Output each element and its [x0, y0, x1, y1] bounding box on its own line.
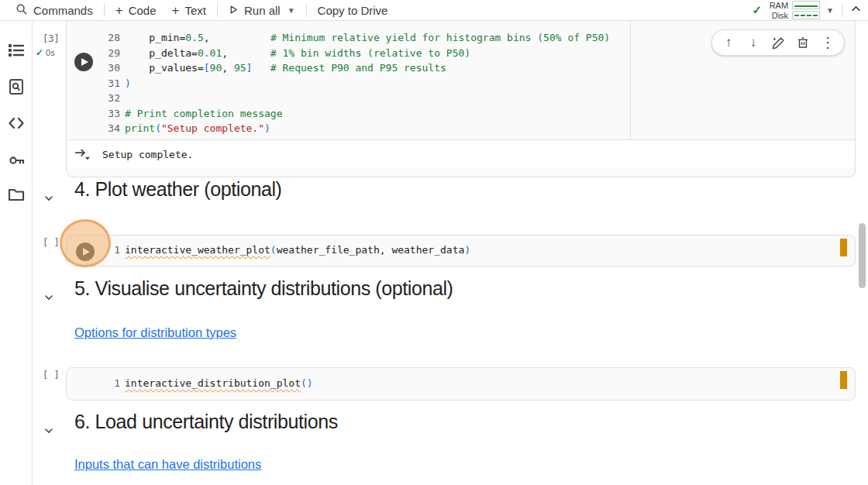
cell-output-area: Setup complete.	[67, 140, 855, 168]
execution-count-empty[interactable]: [ ]	[43, 370, 60, 380]
code-token: interactive_weather_plot	[125, 244, 270, 256]
disk-gauge	[792, 11, 820, 19]
section-6-title: 6. Load uncertainty distributions	[74, 411, 338, 433]
commands-label: Commands	[33, 4, 93, 17]
code-cell-distribution: 1interactive_distribution_plot()	[66, 367, 856, 401]
toolbar-divider	[306, 3, 307, 17]
code-token: [	[204, 62, 210, 74]
toolbar-right-group: ✓ RAM Disk ▼	[753, 1, 862, 20]
collapse-section-icon[interactable]	[43, 291, 55, 304]
resources-indicator[interactable]: RAM Disk	[766, 1, 820, 20]
copy-to-drive-button[interactable]: Copy to Drive	[310, 0, 396, 20]
code-token: ,	[222, 47, 228, 59]
run-all-button[interactable]: Run all ▼	[221, 0, 303, 20]
code-token: )	[464, 244, 470, 256]
table-of-contents-icon[interactable]	[7, 41, 26, 60]
line-number: 31	[67, 77, 125, 89]
commands-button[interactable]: Commands	[8, 0, 101, 20]
code-line[interactable]: 34print("Setup complete.")	[67, 122, 855, 138]
code-token	[210, 32, 270, 43]
secrets-key-icon[interactable]	[7, 151, 26, 170]
plus-icon: +	[115, 4, 123, 17]
cell-output-icon[interactable]	[74, 146, 91, 162]
code-line[interactable]: 1interactive_weather_plot(weather_file_p…	[67, 244, 855, 260]
move-cell-down-icon[interactable]: ↓	[745, 34, 762, 51]
add-code-label: Code	[129, 4, 157, 17]
code-token: )	[307, 377, 313, 389]
execution-count[interactable]: [3]	[43, 33, 60, 44]
code-token: # 1% bin widths (relative to P50)	[270, 47, 470, 59]
code-token: 0.5	[185, 32, 203, 43]
code-token: weather_file_path	[277, 244, 380, 256]
plus-icon: +	[172, 4, 180, 17]
code-token: (	[270, 244, 277, 256]
edit-with-ai-icon[interactable]	[770, 34, 787, 51]
success-check-icon: ✓	[36, 47, 43, 58]
scrollbar-thumb[interactable]	[859, 223, 866, 288]
code-token: p_values=	[125, 62, 204, 74]
code-editor[interactable]: 1interactive_distribution_plot()	[67, 368, 855, 393]
notebook-scroll-area[interactable]: [3] ✓ 0s 28 p_min=0.5, # Minimum relativ…	[33, 21, 868, 485]
code-token: weather_data	[391, 244, 464, 256]
colab-notebook: Commands + Code + Text Run all ▼ Copy to…	[0, 0, 868, 485]
distribution-inputs-link[interactable]: Inputs that can have distributions	[74, 457, 261, 472]
line-number: 28	[67, 32, 125, 43]
code-token: # Minimum relative yield for histogram b…	[270, 32, 610, 43]
warning-overview-marker[interactable]	[840, 239, 847, 256]
ram-gauge	[792, 1, 820, 9]
run-cell-button[interactable]	[74, 53, 93, 71]
add-code-button[interactable]: + Code	[108, 0, 164, 20]
play-icon	[81, 58, 88, 66]
chevron-down-icon[interactable]: ▼	[288, 6, 295, 15]
connected-check-icon: ✓	[753, 3, 763, 17]
code-token	[252, 62, 270, 74]
ram-label: RAM	[766, 1, 788, 10]
notebook-toolbar: Commands + Code + Text Run all ▼ Copy to…	[0, 0, 868, 21]
move-cell-up-icon[interactable]: ↑	[720, 34, 737, 51]
files-folder-icon[interactable]	[7, 185, 26, 204]
add-text-label: Text	[184, 4, 206, 17]
toolbar-divider	[217, 3, 218, 17]
distribution-types-link[interactable]: Options for distribution types	[74, 325, 236, 340]
section-5-title: 5. Visualise uncertainty distributions (…	[74, 277, 453, 300]
code-token: (	[155, 122, 161, 134]
code-token	[228, 47, 270, 59]
execution-status: ✓ 0s	[36, 47, 55, 58]
code-token: ,	[222, 62, 234, 74]
code-snippets-icon[interactable]	[7, 114, 26, 132]
resources-dropdown-icon[interactable]: ▼	[826, 6, 834, 15]
delete-cell-icon[interactable]	[794, 34, 811, 51]
run-all-label: Run all	[244, 4, 281, 17]
code-line[interactable]: 30 p_values=[90, 95] # Request P90 and P…	[67, 62, 855, 77]
line-number: 34	[67, 122, 125, 134]
execution-count-empty[interactable]: [ ]	[43, 237, 60, 248]
code-token: p_delta=	[125, 47, 198, 59]
code-cell-weather: 1interactive_weather_plot(weather_file_p…	[66, 235, 856, 267]
run-cell-button[interactable]	[76, 242, 95, 261]
cell-toolbar: ↑ ↓ ⋮	[711, 29, 845, 56]
code-line[interactable]: 31)	[67, 77, 855, 93]
line-number: 32	[67, 92, 125, 104]
add-text-button[interactable]: + Text	[164, 0, 214, 20]
left-panel-rail	[0, 21, 33, 485]
code-line[interactable]: 33# Print completion message	[67, 108, 855, 123]
find-replace-icon[interactable]	[7, 77, 26, 96]
warning-overview-marker[interactable]	[840, 371, 847, 389]
output-text: Setup complete.	[102, 149, 193, 160]
play-outline-icon	[229, 4, 239, 17]
code-token: 95	[234, 62, 246, 74]
toolbar-divider	[104, 3, 105, 17]
toolbar-divider	[842, 3, 842, 17]
more-actions-icon[interactable]: ⋮	[819, 34, 836, 51]
line-number: 33	[67, 108, 125, 119]
code-line[interactable]: 32	[67, 92, 855, 108]
code-token: ,	[204, 32, 210, 43]
collapse-section-icon[interactable]	[43, 425, 55, 437]
code-line[interactable]: 1interactive_distribution_plot()	[67, 377, 855, 393]
code-editor[interactable]: 1interactive_weather_plot(weather_file_p…	[67, 236, 855, 260]
collapse-section-icon[interactable]	[43, 192, 55, 205]
code-token: 0.01	[198, 47, 222, 59]
section-4-title: 4. Plot weather (optional)	[74, 178, 282, 201]
editor-divider	[630, 21, 631, 139]
collapse-header-icon[interactable]	[850, 3, 862, 18]
